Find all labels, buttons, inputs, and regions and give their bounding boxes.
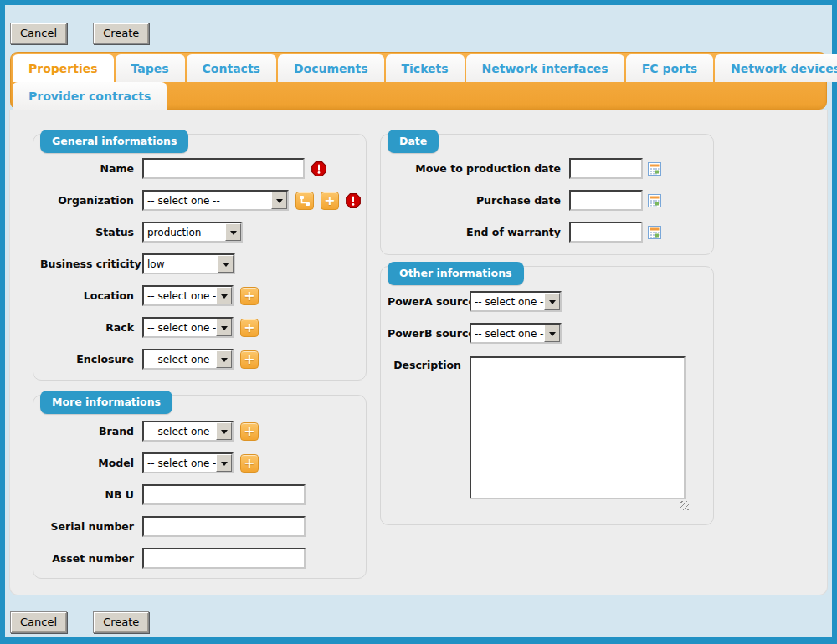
tab-provider-contracts[interactable]: Provider contracts: [13, 82, 167, 110]
purchase-date-input[interactable]: [569, 190, 643, 211]
purchase-date-label: Purchase date: [388, 194, 561, 207]
date-legend: Date: [388, 130, 439, 153]
business-criticity-select-value: low: [144, 255, 218, 273]
brand-select[interactable]: -- select one --: [142, 421, 234, 442]
powerb-source-select[interactable]: -- select one --: [470, 323, 562, 344]
create-button[interactable]: Create: [93, 23, 149, 44]
description-textarea[interactable]: [470, 356, 686, 499]
location-select[interactable]: -- select one --: [142, 285, 234, 306]
powera-source-select[interactable]: -- select one --: [470, 291, 562, 312]
end-of-warranty-row: End of warranty: [388, 222, 713, 243]
mandatory-icon: [346, 193, 361, 208]
add-brand-button[interactable]: +: [240, 422, 259, 441]
dropdown-arrow-icon[interactable]: [216, 454, 232, 472]
other-informations-section: Other informations PowerA source -- sele…: [380, 266, 714, 525]
organization-hierarchy-button[interactable]: [295, 192, 314, 210]
asset-number-input[interactable]: [142, 548, 306, 569]
add-location-button[interactable]: +: [240, 287, 259, 305]
business-criticity-select[interactable]: low: [142, 253, 235, 274]
enclosure-label: Enclosure: [40, 353, 134, 365]
tab-fc-ports[interactable]: FC ports: [626, 54, 713, 82]
move-to-production-date-row: Move to production date: [388, 158, 713, 179]
tab-network-devices[interactable]: Network devices: [715, 54, 837, 82]
business-criticity-label: Business criticity: [40, 258, 134, 270]
cancel-button[interactable]: Cancel: [10, 23, 67, 44]
status-label: Status: [40, 226, 134, 238]
add-organization-button[interactable]: +: [321, 192, 339, 210]
serial-number-row: Serial number: [40, 516, 366, 537]
tab-tickets[interactable]: Tickets: [386, 54, 465, 82]
brand-row: Brand -- select one -- +: [40, 421, 366, 442]
status-select-value: production: [144, 223, 225, 241]
tab-row-2: Provider contracts: [13, 82, 824, 110]
enclosure-row: Enclosure -- select one -- +: [40, 349, 366, 370]
mandatory-icon: [311, 161, 326, 176]
tab-contacts[interactable]: Contacts: [187, 54, 276, 82]
organization-select-value: -- select one --: [144, 192, 271, 209]
tab-network-interfaces[interactable]: Network interfaces: [466, 54, 624, 82]
tab-documents[interactable]: Documents: [278, 54, 384, 82]
organization-row: Organization -- select one -- +: [40, 190, 366, 211]
brand-label: Brand: [40, 425, 134, 437]
top-toolbar: Cancel Create: [5, 5, 832, 43]
location-select-value: -- select one --: [144, 287, 216, 304]
end-of-warranty-label: End of warranty: [388, 226, 561, 238]
nb-u-input[interactable]: [142, 484, 306, 505]
other-informations-legend: Other informations: [388, 262, 524, 285]
powera-source-label: PowerA source: [388, 295, 461, 308]
add-enclosure-button[interactable]: +: [240, 350, 259, 369]
dropdown-arrow-icon[interactable]: [544, 293, 560, 310]
form-panel: General informations Name Organization -…: [9, 110, 828, 595]
model-select[interactable]: -- select one --: [142, 452, 234, 473]
tab-properties[interactable]: Properties: [13, 54, 114, 82]
name-input[interactable]: [142, 158, 305, 179]
create-button[interactable]: Create: [93, 611, 149, 633]
dropdown-arrow-icon[interactable]: [216, 350, 232, 368]
resize-grip-icon[interactable]: [680, 501, 689, 510]
name-row: Name: [40, 158, 366, 179]
business-criticity-row: Business criticity low: [40, 253, 366, 274]
move-to-production-date-input[interactable]: [569, 158, 643, 179]
enclosure-select[interactable]: -- select one --: [142, 349, 234, 370]
calendar-icon[interactable]: [648, 226, 661, 239]
powerb-source-label: PowerB source: [388, 327, 461, 340]
status-select[interactable]: production: [142, 222, 243, 243]
general-informations-legend: General informations: [40, 130, 188, 153]
purchase-date-row: Purchase date: [388, 190, 713, 211]
window-frame: Cancel Create Properties Tapes Contacts …: [0, 0, 837, 644]
asset-number-label: Asset number: [40, 552, 134, 565]
location-label: Location: [40, 289, 134, 302]
powera-select-value: -- select one --: [471, 293, 544, 310]
brand-select-value: -- select one --: [144, 422, 216, 440]
serial-number-input[interactable]: [142, 516, 306, 537]
serial-number-label: Serial number: [40, 520, 134, 533]
description-row: Description: [388, 356, 713, 499]
dropdown-arrow-icon[interactable]: [544, 325, 560, 342]
move-to-production-date-label: Move to production date: [388, 162, 561, 175]
end-of-warranty-input[interactable]: [569, 222, 643, 243]
tab-tapes[interactable]: Tapes: [116, 54, 185, 82]
calendar-icon[interactable]: [648, 162, 661, 176]
model-label: Model: [40, 457, 134, 469]
rack-label: Rack: [40, 321, 134, 334]
organization-select[interactable]: -- select one --: [142, 190, 289, 211]
dropdown-arrow-icon[interactable]: [225, 223, 241, 241]
add-model-button[interactable]: +: [240, 454, 259, 473]
powerb-source-row: PowerB source -- select one --: [388, 323, 713, 344]
enclosure-select-value: -- select one --: [144, 350, 216, 368]
cancel-button[interactable]: Cancel: [10, 611, 67, 633]
bottom-toolbar: Cancel Create: [5, 595, 832, 634]
rack-select[interactable]: -- select one --: [142, 317, 234, 338]
dropdown-arrow-icon[interactable]: [216, 287, 232, 304]
calendar-icon[interactable]: [648, 194, 661, 207]
dropdown-arrow-icon[interactable]: [216, 319, 232, 336]
add-rack-button[interactable]: +: [240, 319, 259, 337]
asset-number-row: Asset number: [40, 548, 366, 569]
dropdown-arrow-icon[interactable]: [216, 422, 232, 440]
rack-select-value: -- select one --: [144, 319, 216, 336]
more-informations-legend: More informations: [40, 391, 172, 414]
status-row: Status production: [40, 222, 366, 243]
date-section: Date Move to production date Purchase da…: [380, 134, 714, 255]
dropdown-arrow-icon[interactable]: [218, 255, 234, 273]
dropdown-arrow-icon[interactable]: [271, 192, 287, 209]
